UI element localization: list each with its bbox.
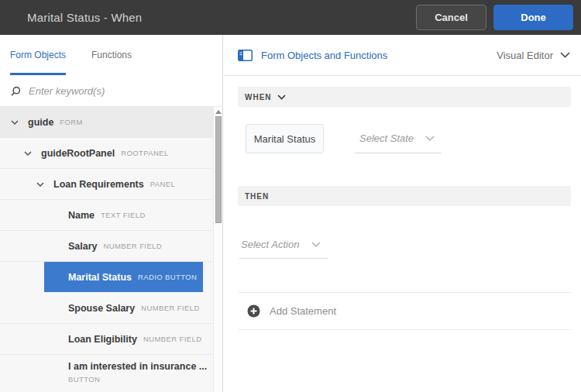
cancel-button[interactable]: Cancel: [416, 5, 486, 30]
tree-item-type: PANEL: [150, 180, 175, 188]
add-statement-label: Add Statement: [270, 305, 336, 317]
condition-object-card[interactable]: Marital Status: [246, 124, 324, 153]
search-input[interactable]: [29, 85, 184, 97]
panel-layout-icon: [238, 50, 253, 61]
tree-item-label: Salary: [68, 241, 98, 252]
select-state-placeholder: Select State: [359, 132, 414, 144]
select-action-placeholder: Select Action: [241, 239, 299, 250]
done-button[interactable]: Done: [493, 5, 573, 30]
tree-item-guide[interactable]: guide FORM: [0, 107, 213, 138]
scrollbar-up-arrow-icon[interactable]: [215, 110, 222, 114]
rule-content: WHEN Marital Status Select State THEN Se…: [224, 87, 581, 330]
tree-scrollbar[interactable]: [213, 107, 222, 392]
chevron-down-icon[interactable]: [24, 151, 32, 156]
search-icon: [11, 86, 21, 96]
tree-item-label: Name: [68, 210, 95, 221]
select-action-dropdown[interactable]: Select Action: [239, 229, 328, 259]
title-bar: Marital Status - When Cancel Done: [0, 0, 581, 35]
add-statement-button[interactable]: Add Statement: [238, 293, 571, 330]
when-label: WHEN: [245, 93, 272, 101]
tree-item-type: NUMBER FIELD: [104, 242, 163, 250]
plus-circle-icon: [247, 304, 260, 318]
tree-item-type: ROOTPANEL: [121, 149, 169, 157]
tree-item-type: NUMBER FIELD: [141, 304, 200, 312]
tree-item-label: guide: [28, 117, 53, 128]
tree-item-label: Spouse Salary: [68, 303, 135, 314]
then-section-bar: THEN: [238, 186, 571, 206]
tree-item-type: FORM: [60, 118, 83, 126]
tree-item-name[interactable]: Name TEXT FIELD: [0, 200, 213, 231]
tree-item-type: NUMBER FIELD: [143, 335, 202, 343]
tree-item-label: I am interested in insurance ...: [68, 361, 207, 372]
tree-item-marital-status[interactable]: Marital Status RADIO BUTTON: [0, 262, 213, 293]
tree-item-insurance-button[interactable]: I am interested in insurance ... BUTTON: [0, 355, 213, 392]
form-objects-functions-link[interactable]: Form Objects and Functions: [261, 50, 497, 61]
form-object-tree: guide FORM guideRootPanel ROOTPANEL Loan…: [0, 107, 222, 392]
chevron-down-icon: [425, 136, 435, 141]
rule-editor-panel: Form Objects and Functions Visual Editor…: [224, 35, 581, 392]
tree-item-type: TEXT FIELD: [101, 211, 146, 219]
search-bar: [0, 75, 222, 107]
form-objects-sidebar: Form Objects Functions guide FORM guideR…: [0, 35, 223, 392]
editor-mode-label[interactable]: Visual Editor: [497, 50, 553, 61]
tree-item-label: Marital Status: [68, 272, 132, 283]
tree-item-loan-requirements[interactable]: Loan Requirements PANEL: [0, 169, 213, 200]
chevron-down-icon: [311, 242, 321, 247]
tree-item-type: BUTTON: [68, 375, 213, 383]
then-label: THEN: [245, 192, 269, 201]
tree-item-label: guideRootPanel: [41, 148, 115, 159]
chevron-down-icon[interactable]: [36, 182, 44, 187]
tree-item-salary[interactable]: Salary NUMBER FIELD: [0, 231, 213, 262]
tree-item-spouse-salary[interactable]: Spouse Salary NUMBER FIELD: [0, 293, 213, 324]
tree-item-label: Loan Eligibility: [68, 334, 137, 345]
rule-editor-header: Form Objects and Functions Visual Editor: [224, 35, 581, 76]
scrollbar-thumb[interactable]: [215, 116, 222, 223]
tree-item-guiderootpanel[interactable]: guideRootPanel ROOTPANEL: [0, 138, 213, 169]
tab-functions[interactable]: Functions: [91, 35, 132, 75]
when-condition-row: Marital Status Select State: [246, 124, 571, 153]
tree-item-label: Loan Requirements: [53, 179, 144, 190]
sidebar-tabs: Form Objects Functions: [0, 35, 222, 75]
tree-item-type: RADIO BUTTON: [138, 273, 197, 281]
select-state-dropdown[interactable]: Select State: [355, 124, 441, 153]
chevron-down-icon[interactable]: [11, 120, 19, 125]
tree-item-loan-eligibility[interactable]: Loan Eligibility NUMBER FIELD: [0, 324, 213, 355]
page-title: Marital Status - When: [0, 11, 416, 24]
chevron-down-icon[interactable]: [560, 52, 570, 58]
chevron-down-icon[interactable]: [277, 95, 286, 100]
tab-form-objects[interactable]: Form Objects: [10, 35, 66, 75]
when-section-bar: WHEN: [238, 87, 571, 107]
